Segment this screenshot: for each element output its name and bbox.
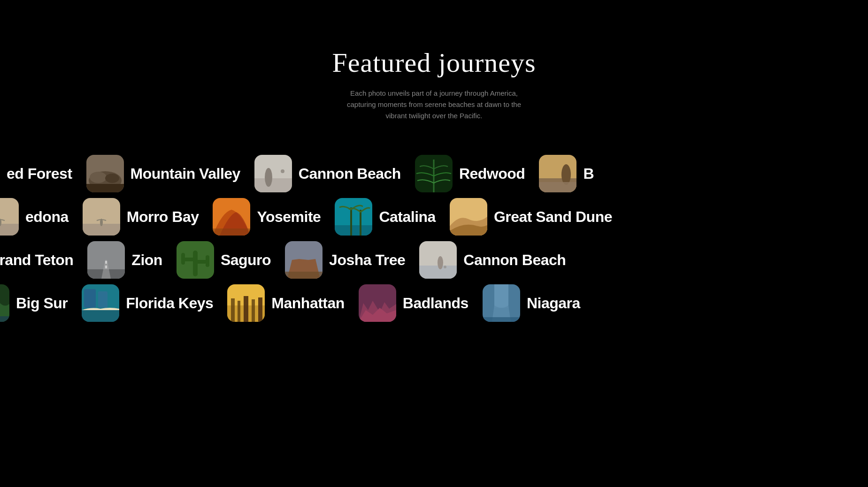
page-description: Each photo unveils part of a journey thr… (345, 88, 523, 122)
page-header: Featured journeys Each photo unveils par… (0, 0, 868, 122)
journey-name-catalina: Catalina (379, 208, 435, 226)
journey-item-saguro[interactable]: Saguro (177, 241, 271, 279)
thumb-saguro (177, 241, 214, 279)
journey-item-grand-teton[interactable]: Grand Teton (0, 241, 73, 279)
journey-item-petrified-forest[interactable]: ed Forest (0, 155, 72, 192)
journey-name-manhattan: Manhattan (271, 295, 345, 312)
svg-rect-63 (258, 297, 262, 322)
journey-name-petrified-forest: ed Forest (7, 165, 72, 183)
thumb-cannon-beach-1 (254, 155, 292, 192)
svg-rect-66 (494, 284, 508, 308)
svg-rect-62 (252, 299, 255, 322)
svg-rect-19 (539, 182, 576, 192)
thumb-niagara (483, 284, 520, 322)
journey-name-grand-teton: Grand Teton (0, 251, 73, 269)
thumb-josha-tree (285, 241, 323, 279)
svg-rect-46 (285, 272, 323, 279)
journey-item-redwood[interactable]: Redwood (415, 155, 525, 192)
journey-name-cannon-beach-2: Cannon Beach (463, 251, 566, 269)
svg-rect-11 (254, 178, 292, 192)
journey-item-mountain-valley[interactable]: Mountain Valley (86, 155, 240, 192)
journey-name-great-sand-dune: Great Sand Dune (494, 208, 612, 226)
svg-rect-43 (195, 260, 207, 264)
journey-item-cannon-beach-1[interactable]: Cannon Beach (254, 155, 401, 192)
journey-item-badlands[interactable]: Badlands (359, 284, 469, 322)
journey-name-big-sur: Big Sur (16, 295, 68, 312)
svg-rect-61 (244, 296, 248, 322)
svg-point-12 (265, 168, 272, 187)
svg-rect-48 (419, 266, 457, 279)
journey-item-manhattan[interactable]: Manhattan (227, 284, 345, 322)
thumb-manhattan (227, 284, 265, 322)
journey-item-badlands-rock[interactable]: B (539, 155, 594, 192)
svg-point-8 (105, 174, 119, 183)
journey-name-florida-keys: Florida Keys (126, 295, 213, 312)
thumb-florida-keys (82, 284, 119, 322)
journey-row-2: edonaMorro BayYosemiteCatalinaGreat Sand… (0, 198, 849, 236)
svg-rect-55 (84, 289, 96, 308)
svg-rect-38 (105, 266, 107, 268)
journey-name-badlands-rock: B (583, 165, 594, 183)
journey-name-niagara: Niagara (527, 295, 580, 312)
thumb-badlands-rock (539, 155, 576, 192)
thumb-badlands (359, 284, 396, 322)
journey-name-mountain-valley: Mountain Valley (131, 165, 240, 183)
journey-name-morro-bay: Morro Bay (127, 208, 199, 226)
thumb-big-sur (0, 284, 9, 322)
svg-rect-42 (181, 253, 185, 265)
thumb-sedona (0, 198, 19, 236)
svg-rect-56 (98, 291, 108, 308)
svg-rect-52 (0, 316, 9, 322)
journey-item-niagara[interactable]: Niagara (483, 284, 580, 322)
svg-point-7 (90, 172, 107, 183)
journey-item-florida-keys[interactable]: Florida Keys (82, 284, 213, 322)
journey-item-josha-tree[interactable]: Josha Tree (285, 241, 405, 279)
svg-point-13 (281, 169, 284, 173)
journey-row-4: Big SurFlorida KeysManhattanBadlandsNiag… (0, 284, 840, 322)
svg-rect-21 (0, 224, 19, 236)
journey-row-3: Grand TetonZionSaguroJosha TreeCannon Be… (0, 241, 812, 279)
svg-rect-59 (231, 298, 235, 322)
journey-item-morro-bay[interactable]: Morro Bay (83, 198, 199, 236)
thumb-cannon-beach-2 (419, 241, 457, 279)
journey-name-badlands: Badlands (403, 295, 469, 312)
thumb-great-sand-dune (450, 198, 487, 236)
journey-item-great-sand-dune[interactable]: Great Sand Dune (450, 198, 612, 236)
journey-name-saguro: Saguro (221, 251, 271, 269)
svg-point-18 (561, 164, 571, 185)
thumb-catalina (335, 198, 372, 236)
svg-rect-37 (105, 261, 107, 264)
journey-name-josha-tree: Josha Tree (329, 251, 405, 269)
journey-item-catalina[interactable]: Catalina (335, 198, 435, 236)
journey-row-1: ed ForestMountain ValleyCannon BeachRedw… (0, 155, 830, 192)
svg-rect-27 (213, 228, 250, 236)
svg-rect-9 (86, 184, 124, 192)
svg-point-49 (438, 256, 443, 269)
journey-item-sedona[interactable]: edona (0, 198, 69, 236)
thumb-yosemite (213, 198, 250, 236)
journey-item-cannon-beach-2[interactable]: Cannon Beach (419, 241, 566, 279)
journey-name-cannon-beach-1: Cannon Beach (299, 165, 401, 183)
thumb-redwood (415, 155, 453, 192)
svg-rect-29 (335, 225, 372, 236)
svg-rect-60 (238, 301, 240, 322)
svg-rect-54 (82, 310, 119, 322)
thumb-zion (87, 241, 125, 279)
journey-scroll-container: ed ForestMountain ValleyCannon BeachRedw… (0, 155, 868, 327)
svg-rect-67 (483, 317, 520, 322)
journey-item-zion[interactable]: Zion (87, 241, 162, 279)
svg-rect-44 (206, 255, 209, 267)
svg-rect-41 (184, 258, 195, 261)
journey-item-yosemite[interactable]: Yosemite (213, 198, 321, 236)
journey-name-zion: Zion (131, 251, 162, 269)
journey-name-sedona: edona (25, 208, 69, 226)
svg-point-50 (444, 266, 446, 268)
page-title: Featured journeys (0, 47, 868, 78)
thumb-mountain-valley (86, 155, 124, 192)
journey-item-big-sur[interactable]: Big Sur (0, 284, 68, 322)
thumb-morro-bay (83, 198, 120, 236)
journey-name-redwood: Redwood (459, 165, 525, 183)
journey-name-yosemite: Yosemite (257, 208, 321, 226)
